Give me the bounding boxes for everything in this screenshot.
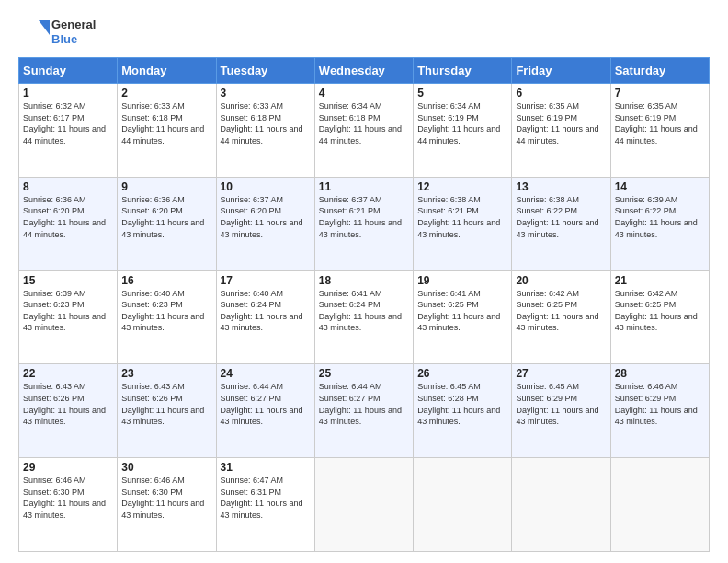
cell-info: Sunrise: 6:45 AMSunset: 6:29 PMDaylight:… bbox=[516, 382, 598, 426]
cell-info: Sunrise: 6:42 AMSunset: 6:25 PMDaylight:… bbox=[516, 289, 598, 333]
calendar-cell: 30 Sunrise: 6:46 AMSunset: 6:30 PMDaylig… bbox=[118, 458, 216, 552]
calendar-cell: 24 Sunrise: 6:44 AMSunset: 6:27 PMDaylig… bbox=[216, 364, 314, 458]
day-number: 4 bbox=[319, 86, 409, 99]
logo-text: General Blue bbox=[51, 17, 96, 46]
calendar-cell: 16 Sunrise: 6:40 AMSunset: 6:23 PMDaylig… bbox=[118, 270, 216, 364]
calendar-cell: 21 Sunrise: 6:42 AMSunset: 6:25 PMDaylig… bbox=[610, 270, 709, 364]
calendar-week-2: 8 Sunrise: 6:36 AMSunset: 6:20 PMDayligh… bbox=[19, 177, 710, 270]
calendar-cell: 15 Sunrise: 6:39 AMSunset: 6:23 PMDaylig… bbox=[19, 270, 118, 364]
calendar-cell: 12 Sunrise: 6:38 AMSunset: 6:21 PMDaylig… bbox=[414, 177, 512, 270]
calendar-cell: 8 Sunrise: 6:36 AMSunset: 6:20 PMDayligh… bbox=[19, 177, 118, 270]
logo: General Blue bbox=[18, 17, 96, 48]
cell-info: Sunrise: 6:44 AMSunset: 6:27 PMDaylight:… bbox=[221, 382, 303, 426]
cell-info: Sunrise: 6:44 AMSunset: 6:27 PMDaylight:… bbox=[319, 382, 402, 426]
day-number: 7 bbox=[615, 86, 705, 99]
day-number: 28 bbox=[615, 367, 705, 380]
day-number: 20 bbox=[516, 274, 606, 287]
calendar-cell: 23 Sunrise: 6:43 AMSunset: 6:26 PMDaylig… bbox=[118, 364, 216, 458]
day-number: 19 bbox=[417, 274, 507, 287]
day-number: 18 bbox=[319, 274, 409, 287]
day-number: 2 bbox=[121, 86, 211, 99]
day-number: 6 bbox=[516, 86, 606, 99]
day-number: 15 bbox=[23, 274, 113, 287]
calendar-week-4: 22 Sunrise: 6:43 AMSunset: 6:26 PMDaylig… bbox=[19, 364, 710, 458]
calendar-cell bbox=[512, 458, 610, 552]
day-number: 1 bbox=[23, 86, 113, 99]
cell-info: Sunrise: 6:42 AMSunset: 6:25 PMDaylight:… bbox=[615, 289, 698, 333]
day-number: 16 bbox=[121, 274, 211, 287]
day-header-saturday: Saturday bbox=[610, 58, 709, 84]
day-header-wednesday: Wednesday bbox=[314, 58, 413, 84]
cell-info: Sunrise: 6:40 AMSunset: 6:24 PMDaylight:… bbox=[221, 289, 303, 333]
calendar-cell: 18 Sunrise: 6:41 AMSunset: 6:24 PMDaylig… bbox=[314, 270, 413, 364]
calendar-cell: 4 Sunrise: 6:34 AMSunset: 6:18 PMDayligh… bbox=[314, 84, 413, 178]
day-number: 26 bbox=[417, 367, 507, 380]
day-number: 24 bbox=[221, 367, 311, 380]
header: General Blue bbox=[18, 17, 710, 48]
day-number: 5 bbox=[417, 86, 507, 99]
calendar-cell: 31 Sunrise: 6:47 AMSunset: 6:31 PMDaylig… bbox=[216, 458, 314, 552]
calendar-cell: 27 Sunrise: 6:45 AMSunset: 6:29 PMDaylig… bbox=[512, 364, 610, 458]
cell-info: Sunrise: 6:39 AMSunset: 6:22 PMDaylight:… bbox=[615, 195, 698, 239]
day-header-friday: Friday bbox=[512, 58, 610, 84]
calendar-cell bbox=[414, 458, 512, 552]
calendar-cell: 25 Sunrise: 6:44 AMSunset: 6:27 PMDaylig… bbox=[314, 364, 413, 458]
cell-info: Sunrise: 6:38 AMSunset: 6:22 PMDaylight:… bbox=[516, 195, 598, 239]
cell-info: Sunrise: 6:43 AMSunset: 6:26 PMDaylight:… bbox=[121, 382, 204, 426]
calendar-cell bbox=[314, 458, 413, 552]
calendar-week-5: 29 Sunrise: 6:46 AMSunset: 6:30 PMDaylig… bbox=[19, 458, 710, 552]
calendar-cell bbox=[610, 458, 709, 552]
day-number: 10 bbox=[221, 180, 311, 193]
cell-info: Sunrise: 6:35 AMSunset: 6:19 PMDaylight:… bbox=[516, 101, 598, 145]
day-number: 3 bbox=[221, 86, 311, 99]
cell-info: Sunrise: 6:33 AMSunset: 6:18 PMDaylight:… bbox=[221, 101, 303, 145]
day-number: 22 bbox=[23, 367, 113, 380]
calendar-week-3: 15 Sunrise: 6:39 AMSunset: 6:23 PMDaylig… bbox=[19, 270, 710, 364]
logo-container: General Blue bbox=[18, 17, 96, 48]
calendar-table: SundayMondayTuesdayWednesdayThursdayFrid… bbox=[18, 57, 710, 552]
logo-graphic bbox=[18, 17, 50, 48]
cell-info: Sunrise: 6:32 AMSunset: 6:17 PMDaylight:… bbox=[23, 101, 106, 145]
calendar-cell: 19 Sunrise: 6:41 AMSunset: 6:25 PMDaylig… bbox=[414, 270, 512, 364]
calendar-cell: 11 Sunrise: 6:37 AMSunset: 6:21 PMDaylig… bbox=[314, 177, 413, 270]
day-number: 12 bbox=[417, 180, 507, 193]
cell-info: Sunrise: 6:36 AMSunset: 6:20 PMDaylight:… bbox=[121, 195, 204, 239]
cell-info: Sunrise: 6:37 AMSunset: 6:21 PMDaylight:… bbox=[319, 195, 402, 239]
calendar-cell: 6 Sunrise: 6:35 AMSunset: 6:19 PMDayligh… bbox=[512, 84, 610, 178]
calendar-cell: 13 Sunrise: 6:38 AMSunset: 6:22 PMDaylig… bbox=[512, 177, 610, 270]
calendar-cell: 1 Sunrise: 6:32 AMSunset: 6:17 PMDayligh… bbox=[19, 84, 118, 178]
day-number: 21 bbox=[615, 274, 705, 287]
cell-info: Sunrise: 6:43 AMSunset: 6:26 PMDaylight:… bbox=[23, 382, 106, 426]
day-header-thursday: Thursday bbox=[414, 58, 512, 84]
calendar-cell: 22 Sunrise: 6:43 AMSunset: 6:26 PMDaylig… bbox=[19, 364, 118, 458]
cell-info: Sunrise: 6:35 AMSunset: 6:19 PMDaylight:… bbox=[615, 101, 698, 145]
calendar-cell: 3 Sunrise: 6:33 AMSunset: 6:18 PMDayligh… bbox=[216, 84, 314, 178]
calendar-cell: 10 Sunrise: 6:37 AMSunset: 6:20 PMDaylig… bbox=[216, 177, 314, 270]
svg-marker-0 bbox=[39, 20, 50, 35]
day-number: 23 bbox=[121, 367, 211, 380]
calendar-cell: 29 Sunrise: 6:46 AMSunset: 6:30 PMDaylig… bbox=[19, 458, 118, 552]
cell-info: Sunrise: 6:36 AMSunset: 6:20 PMDaylight:… bbox=[23, 195, 106, 239]
cell-info: Sunrise: 6:34 AMSunset: 6:19 PMDaylight:… bbox=[417, 101, 500, 145]
cell-info: Sunrise: 6:46 AMSunset: 6:29 PMDaylight:… bbox=[615, 382, 698, 426]
calendar-cell: 14 Sunrise: 6:39 AMSunset: 6:22 PMDaylig… bbox=[610, 177, 709, 270]
cell-info: Sunrise: 6:39 AMSunset: 6:23 PMDaylight:… bbox=[23, 289, 106, 333]
calendar-header-row: SundayMondayTuesdayWednesdayThursdayFrid… bbox=[19, 58, 710, 84]
day-number: 8 bbox=[23, 180, 113, 193]
day-header-tuesday: Tuesday bbox=[216, 58, 314, 84]
cell-info: Sunrise: 6:47 AMSunset: 6:31 PMDaylight:… bbox=[221, 476, 303, 520]
calendar-cell: 17 Sunrise: 6:40 AMSunset: 6:24 PMDaylig… bbox=[216, 270, 314, 364]
cell-info: Sunrise: 6:46 AMSunset: 6:30 PMDaylight:… bbox=[23, 476, 106, 520]
day-number: 14 bbox=[615, 180, 705, 193]
calendar-cell: 5 Sunrise: 6:34 AMSunset: 6:19 PMDayligh… bbox=[414, 84, 512, 178]
cell-info: Sunrise: 6:37 AMSunset: 6:20 PMDaylight:… bbox=[221, 195, 303, 239]
calendar-cell: 2 Sunrise: 6:33 AMSunset: 6:18 PMDayligh… bbox=[118, 84, 216, 178]
day-number: 25 bbox=[319, 367, 409, 380]
calendar-cell: 28 Sunrise: 6:46 AMSunset: 6:29 PMDaylig… bbox=[610, 364, 709, 458]
day-number: 13 bbox=[516, 180, 606, 193]
cell-info: Sunrise: 6:33 AMSunset: 6:18 PMDaylight:… bbox=[121, 101, 204, 145]
cell-info: Sunrise: 6:41 AMSunset: 6:24 PMDaylight:… bbox=[319, 289, 402, 333]
cell-info: Sunrise: 6:46 AMSunset: 6:30 PMDaylight:… bbox=[121, 476, 204, 520]
day-header-monday: Monday bbox=[118, 58, 216, 84]
day-number: 31 bbox=[221, 461, 311, 474]
